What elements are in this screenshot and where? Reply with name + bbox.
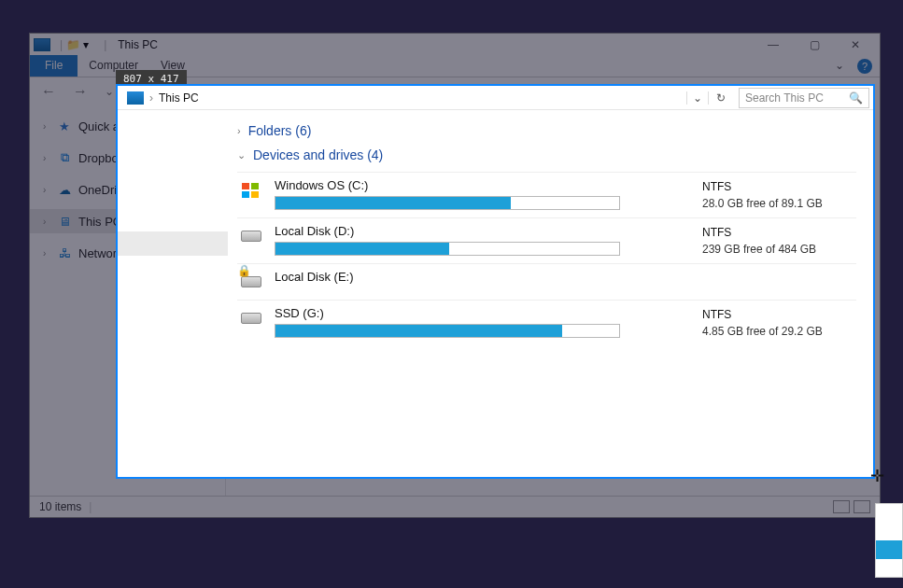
drive-row[interactable]: Local Disk (D:) NTFS 239 GB free of 484 … (237, 217, 856, 263)
expander-icon[interactable]: › (43, 217, 56, 227)
drive-name: Local Disk (D:) (275, 224, 702, 238)
search-input[interactable]: Search This PC 🔍 (739, 88, 869, 108)
search-icon: 🔍 (849, 91, 863, 105)
sidebar-slice (118, 110, 228, 477)
chevron-down-icon: ⌄ (237, 149, 246, 161)
qat-dropdown-icon[interactable]: ▾ (83, 38, 96, 51)
statusbar: 10 items | (30, 496, 880, 517)
network-icon: 🖧 (56, 245, 73, 260)
star-icon: ★ (56, 119, 73, 133)
group-folders-label: Folders (6) (248, 123, 312, 138)
popup-highlight (876, 540, 902, 559)
address-bar: › This PC ⌄ ↻ Search This PC 🔍 (118, 86, 873, 110)
usage-bar (275, 242, 620, 256)
drives-pane: › Folders (6) ⌄ Devices and drives (4) W… (228, 110, 873, 477)
maximize-button[interactable]: ▢ (794, 34, 835, 55)
group-drives-label: Devices and drives (4) (253, 147, 383, 162)
search-placeholder: Search This PC (745, 91, 824, 105)
active-capture-region: › This PC ⌄ ↻ Search This PC 🔍 › Folders… (116, 84, 875, 479)
expander-icon[interactable]: › (43, 185, 56, 195)
svg-rect-1 (251, 183, 259, 189)
svg-rect-3 (251, 191, 259, 198)
group-folders[interactable]: › Folders (6) (237, 123, 856, 138)
drive-free-text: 4.85 GB free of 29.2 GB (702, 323, 856, 340)
usage-bar (275, 196, 620, 210)
drive-row[interactable]: SSD (G:) NTFS 4.85 GB free of 29.2 GB (237, 300, 856, 345)
drive-filesystem: NTFS (702, 224, 856, 241)
back-button[interactable]: ← (35, 83, 62, 100)
drive-row[interactable]: Windows OS (C:) NTFS 28.0 GB free of 89.… (237, 172, 856, 217)
drive-name: Local Disk (E:) (275, 270, 702, 284)
breadcrumb-location[interactable]: This PC (153, 91, 205, 105)
refresh-button[interactable]: ↻ (708, 91, 733, 105)
drive-free-text: 28.0 GB free of 89.1 GB (702, 195, 856, 212)
usage-fill (275, 325, 562, 337)
minimize-button[interactable]: — (753, 34, 794, 55)
svg-rect-0 (242, 183, 249, 189)
dropbox-icon: ⧉ (56, 150, 73, 165)
sidebar-selection-highlight (118, 231, 228, 256)
usage-fill (275, 197, 511, 209)
close-button[interactable]: ✕ (835, 34, 876, 55)
expander-icon[interactable]: › (43, 121, 56, 132)
qat-divider: | (60, 38, 63, 51)
details-view-icon[interactable] (833, 500, 850, 513)
expander-icon[interactable]: › (43, 153, 56, 163)
drive-locked-icon: 🔒 (237, 270, 265, 294)
window-title: This PC (118, 38, 158, 51)
ribbon-minimize-icon[interactable]: ⌄ (825, 55, 854, 77)
computer-icon (127, 91, 144, 105)
group-drives[interactable]: ⌄ Devices and drives (4) (237, 147, 856, 162)
resize-handle-icon[interactable]: ✛ (870, 466, 884, 486)
drive-filesystem: NTFS (702, 178, 856, 195)
drive-name: Windows OS (C:) (275, 178, 702, 192)
drive-hdd-icon (237, 224, 265, 248)
drive-hdd-icon (237, 306, 265, 330)
thumbnails-view-icon[interactable] (854, 500, 870, 513)
cloud-icon: ☁ (56, 182, 73, 197)
ribbon-file-tab[interactable]: File (30, 55, 78, 77)
forward-button[interactable]: → (67, 83, 93, 100)
usage-fill (275, 243, 449, 255)
help-icon[interactable]: ? (857, 59, 872, 74)
status-item-count: 10 items (39, 500, 81, 513)
drive-name: SSD (G:) (275, 306, 702, 320)
drive-free-text: 239 GB free of 484 GB (702, 241, 856, 258)
popup-preview-strip (875, 503, 903, 578)
svg-rect-2 (242, 191, 249, 198)
address-dropdown-icon[interactable]: ⌄ (686, 91, 708, 105)
chevron-right-icon: › (237, 125, 241, 136)
titlebar: | 📁 ▾ | This PC — ▢ ✕ (30, 34, 880, 55)
drive-filesystem: NTFS (702, 306, 856, 323)
computer-icon: 🖥 (56, 214, 73, 229)
system-icon (34, 38, 50, 51)
usage-bar (275, 324, 620, 338)
drive-row[interactable]: 🔒 Local Disk (E:) (237, 263, 856, 300)
qat-folder-icon[interactable]: 📁 (66, 38, 79, 51)
drive-windows-icon (237, 178, 265, 203)
expander-icon[interactable]: › (43, 248, 56, 259)
